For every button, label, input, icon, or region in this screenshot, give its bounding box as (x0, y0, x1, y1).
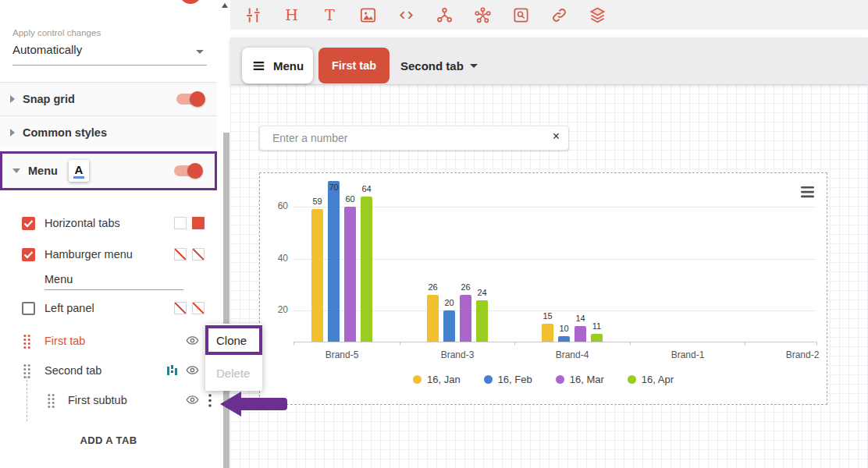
tab-item-label[interactable]: First tab (44, 335, 85, 347)
avatar (180, 0, 201, 4)
chart-legend: 16, Jan16, Feb16, Mar16, Apr (260, 374, 827, 385)
section-common-styles[interactable]: Common styles (0, 115, 217, 149)
section-label: Common styles (23, 126, 107, 139)
hierarchy-icon[interactable] (436, 6, 454, 24)
chart-bar (443, 310, 455, 342)
zoom-box-icon[interactable] (512, 6, 530, 24)
chart-widget-icon (167, 364, 177, 381)
hamburger-icon (251, 58, 266, 73)
chart-x-axis (293, 342, 816, 342)
snap-grid-toggle[interactable] (176, 94, 203, 105)
section-snap-grid[interactable]: Snap grid (0, 82, 217, 115)
add-a-tab-button[interactable]: ADD A TAB (0, 434, 217, 446)
chevron-right-icon (10, 95, 15, 103)
heading-icon[interactable]: H (283, 6, 301, 24)
chart-bar-value: 59 (305, 197, 329, 206)
text-format-letter: A (74, 164, 83, 176)
select-underline (12, 65, 207, 66)
eye-icon[interactable] (184, 363, 201, 380)
preview-tab-first[interactable]: First tab (318, 48, 390, 83)
widget-toolbar: H T (230, 0, 868, 30)
chart-bar-value: 60 (338, 194, 362, 204)
hamburger-menu-label: Menu (273, 59, 304, 73)
color-swatch-transparent[interactable] (192, 248, 205, 261)
context-menu-item-delete: Delete (216, 367, 250, 380)
eye-icon[interactable] (184, 334, 201, 350)
left-panel-checkbox[interactable] (22, 302, 35, 315)
tab-item-label[interactable]: Second tab (44, 364, 101, 377)
drag-handle-icon[interactable] (47, 393, 55, 412)
link-icon[interactable] (550, 6, 568, 24)
menu-title-input[interactable]: Menu (44, 273, 73, 285)
color-swatch-transparent[interactable] (192, 302, 205, 314)
chevron-right-icon (10, 129, 15, 136)
section-label: Snap grid (23, 93, 75, 105)
chart-plot: 204060Brand-5Brand-3Brand-4Brand-1Brand-… (260, 173, 827, 404)
color-swatch-transparent[interactable] (174, 248, 187, 261)
legend-label: 16, Mar (570, 374, 604, 385)
settings-sidebar: Apply control changes Automatically Snap… (0, 0, 217, 468)
sidebar-scrollbar-thumb[interactable] (223, 133, 229, 468)
number-input[interactable] (272, 126, 538, 150)
apply-control-select[interactable]: Automatically (12, 43, 207, 65)
code-icon[interactable] (397, 6, 415, 24)
main-area: H T Menu First tab Second tab × 204060Br… (230, 0, 868, 468)
color-swatch-transparent[interactable] (174, 302, 187, 314)
section-menu[interactable]: Menu A (0, 151, 217, 190)
legend-label: 16, Jan (427, 374, 461, 385)
drag-handle-icon[interactable] (23, 334, 31, 353)
menu-toggle[interactable] (174, 165, 201, 176)
context-menu-item-clone[interactable]: Clone (205, 325, 262, 355)
more-options-icon[interactable] (208, 394, 212, 410)
tune-icon[interactable] (244, 6, 262, 24)
chart-x-tick (630, 342, 631, 346)
legend-item[interactable]: 16, Mar (556, 374, 604, 385)
arrow-head (220, 392, 241, 417)
chart-y-tick-label: 60 (266, 200, 288, 211)
bar-chart-widget[interactable]: 204060Brand-5Brand-3Brand-4Brand-1Brand-… (259, 172, 827, 405)
legend-item[interactable]: 16, Jan (413, 374, 461, 385)
cluster-icon[interactable] (474, 6, 492, 24)
legend-label: 16, Apr (642, 374, 674, 385)
chart-bar-value: 11 (585, 321, 609, 331)
eye-icon[interactable] (184, 393, 201, 410)
clear-input-icon[interactable]: × (553, 129, 560, 144)
chart-y-tick-label: 40 (266, 253, 288, 264)
row-left-panel: Left panel (0, 298, 217, 318)
chart-x-category-label: Brand-4 (533, 349, 611, 360)
color-swatch-red[interactable] (192, 217, 205, 229)
apply-control-label: Apply control changes (12, 28, 101, 37)
legend-item[interactable]: 16, Feb (484, 374, 532, 385)
number-input-widget: × (259, 126, 569, 151)
chart-bar (591, 334, 603, 342)
legend-item[interactable]: 16, Apr (628, 374, 674, 385)
chart-bar-value: 10 (552, 324, 576, 333)
checkbox-label: Hamburger menu (44, 248, 133, 261)
horizontal-tabs-checkbox[interactable] (22, 217, 35, 230)
chart-bar (328, 181, 340, 342)
preview-tab-second[interactable]: Second tab (400, 48, 478, 83)
scroll-up-arrow[interactable] (222, 3, 228, 8)
dashboard-canvas: × 204060Brand-5Brand-3Brand-4Brand-1Bran… (230, 84, 868, 468)
chart-x-category-label: Brand-2 (763, 349, 841, 360)
layers-icon[interactable] (589, 6, 607, 24)
tab-item-label[interactable]: First subtub (68, 394, 127, 406)
apply-control-value: Automatically (12, 43, 82, 56)
chart-menu-icon[interactable] (801, 186, 814, 201)
clone-label: Clone (208, 334, 247, 347)
legend-swatch-icon (628, 375, 636, 384)
legend-label: 16, Feb (498, 374, 532, 385)
tab-row-second-tab: Second tab (0, 362, 217, 381)
chart-x-tick (400, 342, 400, 346)
image-icon[interactable] (359, 6, 377, 24)
checkbox-label: Left panel (44, 302, 94, 314)
hamburger-menu-checkbox[interactable] (22, 248, 35, 261)
hamburger-menu-button[interactable]: Menu (242, 48, 313, 83)
chevron-down-icon (470, 64, 478, 68)
chart-x-tick (745, 342, 745, 346)
color-swatch-empty[interactable] (174, 217, 187, 229)
text-format-button[interactable]: A (69, 160, 89, 182)
tab-row-first-subtub: First subtub (0, 392, 217, 410)
text-icon[interactable]: T (321, 6, 339, 24)
legend-swatch-icon (484, 375, 493, 384)
